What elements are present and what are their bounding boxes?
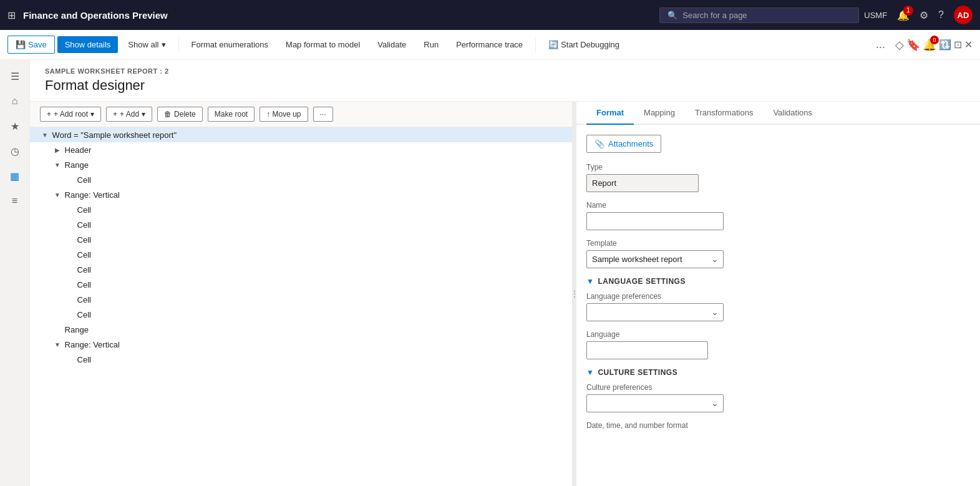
tree-item[interactable]: ▶ Header bbox=[30, 142, 572, 157]
tree-item[interactable]: ▼ Word = "Sample worksheet report" bbox=[30, 127, 572, 142]
tree-expand-icon[interactable] bbox=[65, 220, 75, 230]
resize-handle[interactable] bbox=[573, 102, 576, 486]
tree-more-button[interactable]: ··· bbox=[313, 107, 333, 122]
show-all-button[interactable]: Show all ▾ bbox=[120, 36, 173, 53]
diamond-icon[interactable]: ◇ bbox=[895, 38, 904, 52]
sidebar-item-menu[interactable]: ☰ bbox=[4, 65, 26, 87]
tab-validations[interactable]: Validations bbox=[763, 102, 822, 125]
tree-item-label: Range bbox=[62, 160, 567, 170]
language-prefs-select[interactable] bbox=[586, 303, 724, 321]
name-field-group: Name bbox=[586, 201, 970, 230]
validate-button[interactable]: Validate bbox=[370, 36, 414, 53]
tree-expand-icon[interactable] bbox=[65, 309, 75, 319]
tab-format[interactable]: Format bbox=[586, 102, 634, 125]
tree-expand-icon[interactable] bbox=[65, 279, 75, 289]
tree-item[interactable]: Range bbox=[30, 322, 572, 337]
delete-button[interactable]: 🗑 Delete bbox=[157, 107, 203, 122]
tree-item[interactable]: Cell bbox=[30, 232, 572, 247]
tree-item[interactable]: ▼ Range bbox=[30, 157, 572, 172]
user-avatar[interactable]: AD bbox=[954, 6, 973, 24]
show-details-button[interactable]: Show details bbox=[57, 36, 119, 53]
tree-content: ▼ Word = "Sample worksheet report" ▶ Hea… bbox=[30, 127, 572, 486]
open-icon[interactable]: ⊡ bbox=[954, 39, 962, 51]
make-root-button[interactable]: Make root bbox=[208, 107, 255, 122]
tree-item[interactable]: Cell bbox=[30, 277, 572, 292]
sidebar-item-home[interactable]: ⌂ bbox=[4, 90, 26, 112]
tree-expand-icon[interactable]: ▼ bbox=[52, 339, 62, 349]
tree-expand-icon[interactable] bbox=[65, 205, 75, 215]
run-button[interactable]: Run bbox=[416, 36, 446, 53]
tree-expand-icon[interactable] bbox=[52, 324, 62, 334]
sidebar-item-modules[interactable]: ≡ bbox=[4, 190, 26, 212]
sidebar-item-recent[interactable]: ◷ bbox=[4, 140, 26, 162]
delete-icon: 🗑 bbox=[164, 110, 172, 119]
name-input[interactable] bbox=[586, 212, 724, 230]
more-options-button[interactable]: ... bbox=[868, 34, 893, 55]
template-field-group: Template Sample worksheet report bbox=[586, 239, 970, 268]
tree-expand-icon[interactable] bbox=[65, 235, 75, 245]
tree-item-label: Range: Vertical bbox=[62, 190, 567, 200]
format-enumerations-button[interactable]: Format enumerations bbox=[184, 36, 276, 53]
tree-expand-icon[interactable] bbox=[65, 354, 75, 364]
tree-expand-icon[interactable]: ▼ bbox=[52, 160, 62, 170]
tree-item-label: Cell bbox=[75, 220, 567, 230]
tree-item[interactable]: Cell bbox=[30, 247, 572, 262]
tree-item-label: Range: Vertical bbox=[62, 340, 567, 349]
performance-trace-button[interactable]: Performance trace bbox=[449, 36, 530, 53]
tree-item[interactable]: ▼ Range: Vertical bbox=[30, 187, 572, 202]
search-bar[interactable]: 🔍 Search for a page bbox=[659, 7, 859, 23]
sidebar-item-favorites[interactable]: ★ bbox=[4, 115, 26, 137]
notification-count: 1 bbox=[903, 6, 913, 16]
tree-item[interactable]: Cell bbox=[30, 172, 572, 187]
type-label: Type bbox=[586, 163, 970, 172]
bookmark-icon[interactable]: 🔖 bbox=[906, 38, 920, 52]
language-settings-header[interactable]: ▼ LANGUAGE SETTINGS bbox=[586, 277, 970, 286]
tree-item-label: Cell bbox=[75, 280, 567, 289]
help-icon[interactable]: ? bbox=[938, 9, 944, 21]
tree-item-label: Cell bbox=[75, 310, 567, 319]
tree-item[interactable]: Cell bbox=[30, 217, 572, 232]
add-root-chevron-icon: ▾ bbox=[90, 110, 94, 119]
tree-expand-icon[interactable] bbox=[65, 175, 75, 185]
tree-expand-icon[interactable]: ▼ bbox=[52, 190, 62, 200]
add-root-button[interactable]: + + Add root ▾ bbox=[40, 107, 101, 122]
tree-expand-icon[interactable] bbox=[65, 250, 75, 260]
culture-prefs-select[interactable] bbox=[586, 394, 724, 412]
tree-item-label: Word = "Sample worksheet report" bbox=[50, 130, 567, 140]
add-button[interactable]: + + Add ▾ bbox=[106, 107, 152, 122]
tree-item[interactable]: Cell bbox=[30, 352, 572, 367]
badge-icon[interactable]: 🔔 0 bbox=[923, 38, 936, 52]
notification-icon[interactable]: 🔔 1 bbox=[897, 9, 910, 21]
close-icon[interactable]: ✕ bbox=[964, 39, 973, 51]
tree-expand-icon[interactable]: ▼ bbox=[40, 130, 50, 140]
start-debugging-button[interactable]: 🔄 Start Debugging bbox=[541, 36, 627, 53]
settings-icon[interactable]: ⚙ bbox=[919, 9, 928, 21]
type-input[interactable] bbox=[586, 174, 699, 192]
map-format-button[interactable]: Map format to model bbox=[278, 36, 367, 53]
tab-transformations[interactable]: Transformations bbox=[685, 102, 763, 125]
sidebar-item-workspaces[interactable]: ▦ bbox=[4, 165, 26, 187]
tree-expand-icon[interactable]: ▶ bbox=[52, 145, 62, 155]
attachments-button[interactable]: 📎 Attachments bbox=[586, 135, 661, 153]
main-layout: ☰ ⌂ ★ ◷ ▦ ≡ SAMPLE WORKSHEET REPORT : 2 … bbox=[0, 60, 980, 486]
language-input[interactable] bbox=[586, 341, 708, 359]
tree-item-label: Cell bbox=[75, 205, 567, 215]
tree-item[interactable]: ▼ Range: Vertical bbox=[30, 337, 572, 352]
tree-item[interactable]: Cell bbox=[30, 262, 572, 277]
refresh-icon[interactable]: 🔃 bbox=[939, 39, 951, 51]
show-all-chevron-icon: ▾ bbox=[162, 40, 166, 49]
grid-icon[interactable]: ⊞ bbox=[7, 9, 16, 21]
tree-item[interactable]: Cell bbox=[30, 307, 572, 322]
language-prefs-label: Language preferences bbox=[586, 292, 970, 301]
save-button[interactable]: 💾 Save bbox=[7, 36, 55, 54]
top-navigation: ⊞ Finance and Operations Preview 🔍 Searc… bbox=[0, 0, 980, 30]
move-up-button[interactable]: ↑ Move up bbox=[260, 107, 308, 122]
tree-expand-icon[interactable] bbox=[65, 265, 75, 275]
tree-item[interactable]: Cell bbox=[30, 292, 572, 307]
language-field-group: Language bbox=[586, 330, 970, 359]
template-select[interactable]: Sample worksheet report bbox=[586, 250, 724, 268]
culture-settings-header[interactable]: ▼ CULTURE SETTINGS bbox=[586, 368, 970, 377]
tree-item[interactable]: Cell bbox=[30, 202, 572, 217]
tab-mapping[interactable]: Mapping bbox=[634, 102, 685, 125]
tree-expand-icon[interactable] bbox=[65, 294, 75, 304]
